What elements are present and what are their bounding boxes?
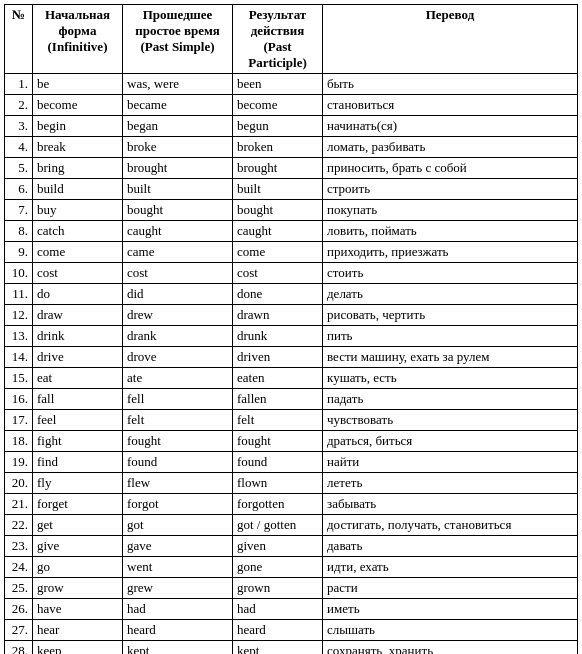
table-cell: ловить, поймать [323,221,578,242]
table-cell: fly [33,473,123,494]
table-row: 23.givegavegivenдавать [5,536,578,557]
table-cell: становиться [323,95,578,116]
table-row: 2.becomebecamebecomeстановиться [5,95,578,116]
table-cell: drawn [233,305,323,326]
table-cell: feel [33,410,123,431]
table-cell: 8. [5,221,33,242]
table-cell: kept [233,641,323,655]
table-cell: found [123,452,233,473]
table-cell: 14. [5,347,33,368]
table-row: 22.getgotgot / gottenдостигать, получать… [5,515,578,536]
table-cell: broken [233,137,323,158]
table-cell: flew [123,473,233,494]
table-cell: hear [33,620,123,641]
col-header-past-simple: Прошедшее простое время (Past Simple) [123,5,233,74]
col-header-translation: Перевод [323,5,578,74]
table-cell: 6. [5,179,33,200]
table-cell: bought [123,200,233,221]
table-row: 13.drinkdrankdrunkпить [5,326,578,347]
table-row: 27.hearheardheardслышать [5,620,578,641]
table-cell: идти, ехать [323,557,578,578]
table-cell: fell [123,389,233,410]
table-cell: 11. [5,284,33,305]
table-cell: was, were [123,74,233,95]
table-cell: 16. [5,389,33,410]
table-cell: найти [323,452,578,473]
table-cell: делать [323,284,578,305]
table-cell: eat [33,368,123,389]
table-cell: пить [323,326,578,347]
table-cell: 15. [5,368,33,389]
table-cell: caught [233,221,323,242]
table-cell: draw [33,305,123,326]
table-cell: 23. [5,536,33,557]
table-cell: сохранять, хранить [323,641,578,655]
table-cell: kept [123,641,233,655]
table-row: 1.bewas, werebeenбыть [5,74,578,95]
table-cell: gone [233,557,323,578]
table-cell: give [33,536,123,557]
table-row: 7.buyboughtboughtпокупать [5,200,578,221]
table-cell: become [233,95,323,116]
table-cell: be [33,74,123,95]
table-row: 21.forgetforgotforgottenзабывать [5,494,578,515]
table-cell: forget [33,494,123,515]
table-cell: have [33,599,123,620]
table-cell: расти [323,578,578,599]
table-cell: drunk [233,326,323,347]
table-cell: быть [323,74,578,95]
col-header-past-participle: Результат действия (Past Participle) [233,5,323,74]
table-cell: did [123,284,233,305]
table-cell: grow [33,578,123,599]
table-cell: begun [233,116,323,137]
table-cell: 24. [5,557,33,578]
table-cell: buy [33,200,123,221]
table-cell: начинать(ся) [323,116,578,137]
table-row: 5.bringbroughtbroughtприносить, брать с … [5,158,578,179]
table-cell: fought [233,431,323,452]
table-cell: забывать [323,494,578,515]
table-cell: cost [123,263,233,284]
table-cell: cost [233,263,323,284]
table-cell: gave [123,536,233,557]
table-cell: вести машину, ехать за рулем [323,347,578,368]
table-cell: ломать, разбивать [323,137,578,158]
table-cell: began [123,116,233,137]
table-cell: 5. [5,158,33,179]
table-row: 4.breakbrokebrokenломать, разбивать [5,137,578,158]
table-cell: драться, биться [323,431,578,452]
table-cell: got / gotten [233,515,323,536]
table-cell: grew [123,578,233,599]
table-row: 28.keepkeptkeptсохранять, хранить [5,641,578,655]
table-cell: come [33,242,123,263]
table-row: 11.dodiddoneделать [5,284,578,305]
table-row: 14.drivedrovedrivenвести машину, ехать з… [5,347,578,368]
table-row: 24.gowentgoneидти, ехать [5,557,578,578]
irregular-verbs-table: № Начальная форма (Infinitive) Прошедшее… [4,4,578,654]
table-cell: 4. [5,137,33,158]
table-cell: brought [123,158,233,179]
table-cell: fought [123,431,233,452]
table-row: 20.flyflewflownлететь [5,473,578,494]
table-cell: fallen [233,389,323,410]
table-cell: heard [233,620,323,641]
table-cell: 21. [5,494,33,515]
table-cell: 9. [5,242,33,263]
table-cell: flown [233,473,323,494]
table-cell: 7. [5,200,33,221]
table-cell: 28. [5,641,33,655]
table-cell: drew [123,305,233,326]
table-cell: 18. [5,431,33,452]
table-cell: рисовать, чертить [323,305,578,326]
table-cell: падать [323,389,578,410]
table-cell: got [123,515,233,536]
table-cell: давать [323,536,578,557]
table-cell: bought [233,200,323,221]
table-row: 3.beginbeganbegunначинать(ся) [5,116,578,137]
table-cell: broke [123,137,233,158]
table-cell: heard [123,620,233,641]
table-row: 12.drawdrewdrawnрисовать, чертить [5,305,578,326]
table-cell: went [123,557,233,578]
table-cell: достигать, получать, становиться [323,515,578,536]
table-cell: стоить [323,263,578,284]
